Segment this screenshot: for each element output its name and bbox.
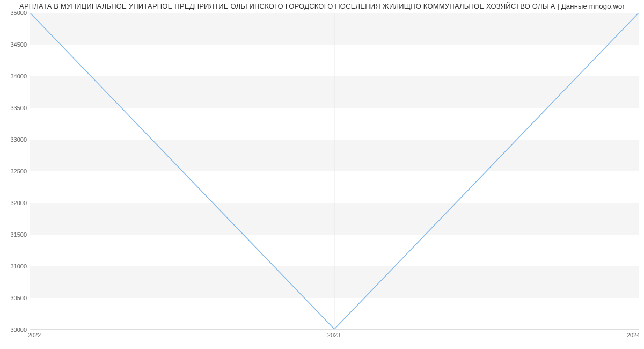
y-tick: 34500 [10,41,27,48]
x-tick: 2022 [28,332,41,338]
x-tick: 2023 [327,332,340,338]
y-tick: 32500 [10,168,27,174]
y-tick: 31500 [10,231,27,238]
chart-title: АРПЛАТА В МУНИЦИПАЛЬНОЕ УНИТАРНОЕ ПРЕДПР… [0,0,644,10]
x-tick: 2024 [627,332,640,338]
chart-area: 35000 34500 34000 33500 33000 32500 3200… [0,13,644,340]
y-tick: 31000 [10,263,27,270]
y-tick: 32000 [10,200,27,206]
y-tick: 33500 [10,105,27,111]
y-tick: 34000 [10,73,27,79]
y-tick: 35000 [10,10,27,16]
plot-area [30,13,639,330]
y-tick: 30500 [10,295,27,301]
chart-svg [30,13,639,329]
y-tick: 33000 [10,136,27,143]
y-tick: 30000 [10,326,27,333]
